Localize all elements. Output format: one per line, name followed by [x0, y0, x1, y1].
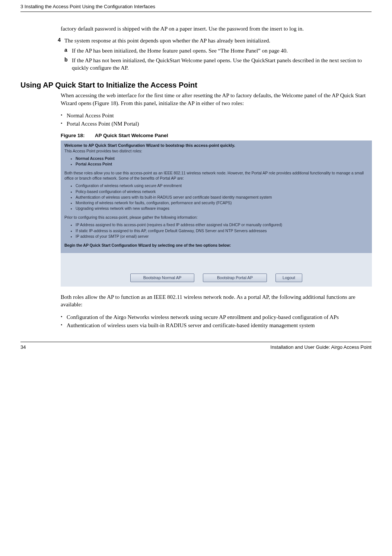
list-item: Configuration of the Airgo Networks wire… — [61, 313, 372, 322]
substep-text: If the AP has been initialized, the Home… — [72, 47, 372, 54]
list-item: Policy-based configuration of wireless n… — [76, 189, 368, 194]
list-item: Portal Access Point (NM Portal) — [61, 120, 372, 128]
wizard-prior-text: Prior to configuring this access-point, … — [64, 215, 198, 219]
wizard-buttons: Bootstrap Normal AP Bootstrap Portal AP … — [61, 253, 372, 287]
after-figure-paragraph: Both roles allow the AP to function as a… — [61, 293, 372, 309]
wizard-subtitle: This Access Point provides two distinct … — [64, 149, 142, 153]
list-item: Normal Access Point — [76, 156, 368, 161]
list-item: Upgrading wireless network with new soft… — [76, 206, 368, 211]
wizard-benefits-list: Configuration of wireless network using … — [76, 183, 368, 211]
after-bullets: Configuration of the Airgo Networks wire… — [61, 313, 372, 330]
wizard-panel: Welcome to AP Quick Start Configuration … — [61, 140, 372, 287]
substep-text: If the AP has not been initialized, the … — [72, 57, 372, 72]
wizard-begin-text: Begin the AP Quick Start Configuration W… — [64, 243, 368, 248]
wizard-roles-text: Both these roles allow you to use this a… — [64, 171, 364, 180]
substep-letter: a — [64, 47, 70, 54]
figure-title: AP Quick Start Welcome Panel — [95, 133, 168, 138]
bootstrap-normal-button[interactable]: Bootstrap Normal AP — [130, 274, 194, 282]
list-item: Authentication of wireless users with it… — [76, 195, 368, 200]
list-item: Configuration of wireless network using … — [76, 183, 368, 188]
section-heading: Using AP Quick Start to Initialize the A… — [20, 81, 372, 89]
figure-caption: Figure 18: AP Quick Start Welcome Panel — [61, 133, 372, 138]
list-item: IP Address assigned to this access-point… — [76, 222, 368, 227]
list-item: Normal Access Point — [61, 111, 372, 120]
step-number: 4 — [54, 37, 61, 44]
wizard-title: Welcome to AP Quick Start Configuration … — [64, 143, 235, 148]
role-list: Normal Access Point Portal Access Point … — [61, 111, 372, 128]
wizard-roles-list: Normal Access Point Portal Access Point — [76, 156, 368, 167]
section-paragraph: When accessing the web interface for the… — [61, 92, 372, 107]
list-item: Authentication of wireless users via bui… — [61, 321, 372, 330]
step-4: 4 The system response at this point depe… — [54, 37, 372, 44]
list-item: Portal Access Point — [76, 161, 368, 167]
figure-label: Figure 18: — [61, 133, 85, 138]
substep-letter: b — [64, 57, 70, 72]
page-number: 34 — [20, 344, 26, 350]
bootstrap-portal-button[interactable]: Bootstrap Portal AP — [203, 274, 267, 282]
list-item: If static IP-address is assigned to this… — [76, 228, 368, 233]
doc-title: Installation and User Guide: Airgo Acces… — [270, 344, 372, 350]
page-header: 3 Installing the Access Point Using the … — [20, 0, 372, 12]
intro-paragraph: factory default password is shipped with… — [61, 25, 372, 32]
wizard-body: Welcome to AP Quick Start Configuration … — [61, 140, 372, 253]
logout-button[interactable]: Logout — [275, 274, 302, 282]
step-text: The system response at this point depend… — [64, 37, 372, 44]
list-item: Monitoring of wireless network for fault… — [76, 200, 368, 205]
page-footer: 34 Installation and User Guide: Airgo Ac… — [20, 342, 372, 357]
substep-b: b If the AP has not been initialized, th… — [64, 57, 372, 72]
list-item: IP address of your SMTP (or email) serve… — [76, 234, 368, 239]
substep-a: a If the AP has been initialized, the Ho… — [64, 47, 372, 54]
wizard-info-list: IP Address assigned to this access-point… — [76, 222, 368, 239]
